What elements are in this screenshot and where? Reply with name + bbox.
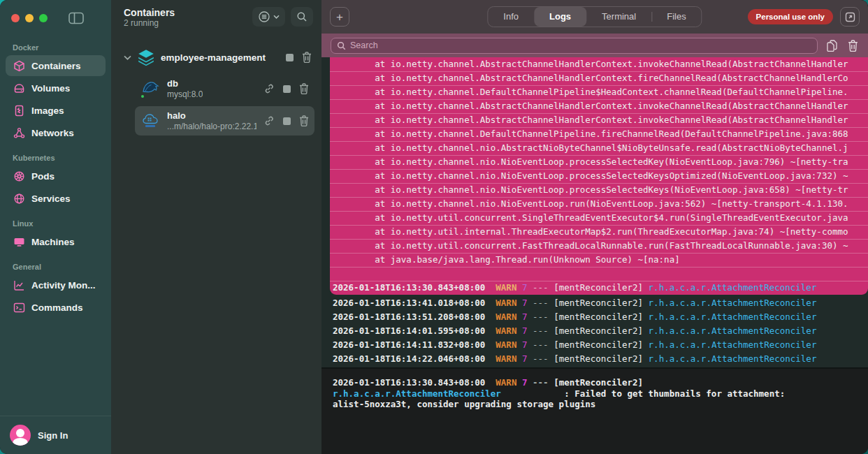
- panel-title: Containers: [124, 7, 175, 18]
- sidebar: Docker Containers Volumes Images Network…: [0, 0, 111, 454]
- tab-terminal[interactable]: Terminal: [586, 7, 651, 27]
- stack-trace-line[interactable]: at io.netty.channel.DefaultChannelPipeli…: [330, 127, 868, 141]
- sidebar-item-services[interactable]: Services: [6, 188, 106, 209]
- container-list-panel: Containers 2 running employee-management: [111, 0, 321, 454]
- open-external-button[interactable]: [840, 7, 860, 27]
- stack-trace-line[interactable]: at io.netty.util.internal.ThreadExecutor…: [330, 225, 868, 239]
- open-external-icon: [845, 12, 855, 22]
- log-search-field[interactable]: [331, 38, 818, 54]
- stack-trace-line[interactable]: at io.netty.util.concurrent.FastThreadLo…: [330, 239, 868, 253]
- stack-trace-line[interactable]: at io.netty.channel.AbstractChannelHandl…: [330, 57, 868, 71]
- stack-trace-line[interactable]: at io.netty.channel.nio.NioEventLoop.run…: [330, 197, 868, 211]
- sign-in-label: Sign In: [38, 430, 68, 441]
- container-image: mysql:8.0: [167, 89, 203, 99]
- sign-in-button[interactable]: Sign In: [0, 416, 111, 454]
- sidebar-item-volumes[interactable]: Volumes: [6, 78, 106, 98]
- warn-log-line[interactable]: 2026-01-18T16:13:51.208+08:00 WARN 7 ---…: [321, 310, 868, 324]
- group-name: employee-management: [161, 52, 266, 63]
- delete-group-button[interactable]: [302, 52, 312, 63]
- stack-trace-line[interactable]: at java.base/java.lang.Thread.run(Unknow…: [330, 253, 868, 267]
- warn-log-line[interactable]: 2026-01-18T16:14:11.832+08:00 WARN 7 ---…: [321, 338, 868, 352]
- open-link-button[interactable]: [263, 83, 275, 94]
- sidebar-item-label: Pods: [31, 171, 55, 182]
- copy-logs-button[interactable]: [825, 40, 839, 52]
- container-name: db: [167, 78, 203, 89]
- minimize-window-button[interactable]: [25, 14, 34, 22]
- new-container-button[interactable]: +: [330, 7, 349, 27]
- log-rows[interactable]: 2026-01-18T16:13:41.018+08:00 WARN 7 ---…: [321, 295, 868, 366]
- zoom-window-button[interactable]: [39, 14, 48, 22]
- sidebar-item-label: Machines: [31, 237, 75, 247]
- delete-container-button[interactable]: [299, 115, 309, 126]
- detail-log-line: r.h.a.c.a.r.AttachmentReconciler : Faile…: [333, 388, 868, 400]
- log-viewer[interactable]: at io.netty.channel.AbstractChannelHandl…: [321, 57, 868, 367]
- section-label-docker: Docker: [0, 34, 111, 54]
- app-window: Docker Containers Volumes Images Network…: [0, 0, 868, 454]
- sidebar-item-activity-monitor[interactable]: Activity Mon...: [6, 274, 106, 295]
- stop-container-button[interactable]: [283, 85, 291, 93]
- sidebar-item-label: Services: [31, 193, 71, 204]
- chevron-down-icon: [273, 15, 280, 19]
- titlebar: [0, 0, 111, 34]
- section-label-general: General: [0, 253, 111, 274]
- log-search-input[interactable]: [350, 41, 811, 50]
- stack-trace-line[interactable]: at io.netty.util.concurrent.SingleThread…: [330, 211, 868, 225]
- chevron-down-icon: [124, 55, 131, 60]
- tab-info[interactable]: Info: [488, 7, 534, 27]
- stack-trace-line[interactable]: at io.netty.channel.AbstractChannelHandl…: [330, 113, 868, 127]
- stop-container-button[interactable]: [283, 117, 291, 125]
- detail-panel: + Info Logs Terminal Files Personal use …: [321, 0, 868, 454]
- stack-trace-line[interactable]: [330, 267, 868, 281]
- stack-trace-line[interactable]: at io.netty.channel.DefaultChannelPipeli…: [330, 85, 868, 99]
- sidebar-toggle-button[interactable]: [66, 10, 87, 27]
- sidebar-item-networks[interactable]: Networks: [6, 122, 106, 143]
- sidebar-item-containers[interactable]: Containers: [6, 55, 106, 76]
- compose-group-row[interactable]: employee-management: [111, 43, 321, 71]
- stack-trace-line[interactable]: at io.netty.channel.nio.AbstractNioByteC…: [330, 141, 868, 155]
- stack-trace-line[interactable]: at io.netty.channel.AbstractChannelHandl…: [330, 71, 868, 85]
- detail-log-line: 2026-01-18T16:13:30.843+08:00 WARN 7 ---…: [333, 377, 868, 388]
- warn-log-line[interactable]: 2026-01-18T16:14:22.046+08:00 WARN 7 ---…: [321, 352, 868, 366]
- search-icon: [337, 41, 346, 50]
- warn-log-line[interactable]: 2026-01-18T16:13:41.018+08:00 WARN 7 ---…: [321, 296, 868, 310]
- sidebar-item-label: Images: [31, 105, 64, 116]
- open-link-button[interactable]: [263, 115, 275, 126]
- tab-files[interactable]: Files: [651, 7, 701, 27]
- compose-stack-icon: [137, 48, 155, 66]
- stack-trace-line[interactable]: at io.netty.channel.AbstractChannelHandl…: [330, 99, 868, 113]
- sidebar-item-machines[interactable]: Machines: [6, 231, 106, 252]
- view-options-button[interactable]: [252, 7, 285, 27]
- sidebar-item-pods[interactable]: Pods: [6, 166, 106, 186]
- detail-log-line: alist-5noxza3t, consider upgrading stora…: [333, 399, 868, 410]
- sidebar-item-commands[interactable]: Commands: [6, 297, 106, 318]
- pods-icon: [13, 170, 25, 182]
- delete-container-button[interactable]: [299, 83, 309, 94]
- container-row-db[interactable]: db mysql:8.0: [135, 74, 314, 103]
- sidebar-toggle-icon: [68, 12, 84, 24]
- search-containers-button[interactable]: [291, 7, 313, 27]
- clear-logs-button[interactable]: [846, 40, 860, 52]
- selected-log-block[interactable]: at io.netty.channel.AbstractChannelHandl…: [330, 57, 868, 295]
- plus-icon: +: [336, 11, 343, 23]
- stack-trace-line[interactable]: at io.netty.channel.nio.NioEventLoop.pro…: [330, 155, 868, 169]
- warn-log-line[interactable]: 2026-01-18T16:14:01.595+08:00 WARN 7 ---…: [321, 324, 868, 338]
- sidebar-item-label: Networks: [31, 128, 74, 138]
- sidebar-item-images[interactable]: Images: [6, 100, 106, 121]
- stack-trace-line[interactable]: at io.netty.channel.nio.NioEventLoop.pro…: [330, 169, 868, 183]
- stop-group-button[interactable]: [286, 54, 294, 61]
- stack-trace-line[interactable]: at io.netty.channel.nio.NioEventLoop.pro…: [330, 183, 868, 197]
- sidebar-item-label: Activity Mon...: [31, 280, 96, 291]
- sidebar-item-label: Volumes: [31, 83, 70, 94]
- sidebar-item-label: Containers: [31, 61, 81, 71]
- machines-icon: [13, 235, 25, 248]
- license-badge[interactable]: Personal use only: [748, 9, 833, 24]
- images-icon: [13, 104, 25, 117]
- warn-log-line[interactable]: 2026-01-18T16:13:30.843+08:00 WARN 7 ---…: [330, 281, 868, 295]
- close-window-button[interactable]: [11, 14, 20, 22]
- containers-icon: [13, 59, 25, 72]
- tab-logs[interactable]: Logs: [534, 7, 586, 27]
- running-count: 2 running: [124, 18, 175, 28]
- container-row-halo[interactable]: halo ...m/halo/halo-pro:2.22.10: [135, 106, 314, 136]
- volumes-icon: [13, 82, 25, 94]
- log-detail-pane[interactable]: 2026-01-18T16:13:30.843+08:00 WARN 7 ---…: [321, 367, 868, 454]
